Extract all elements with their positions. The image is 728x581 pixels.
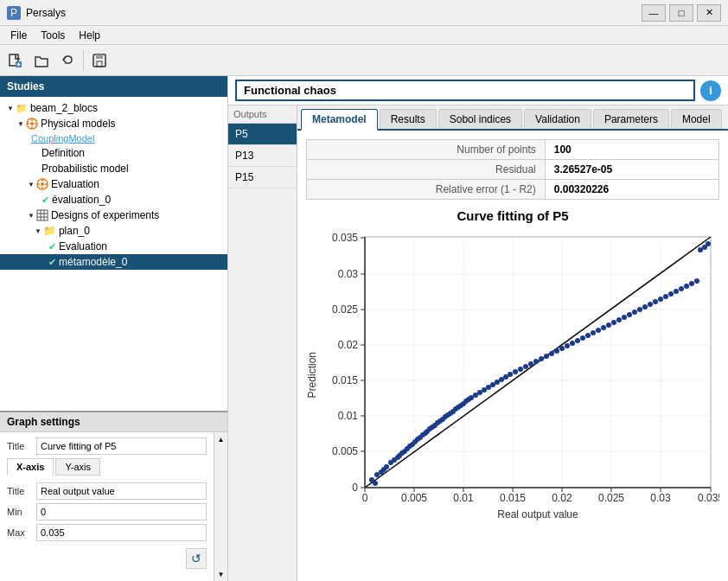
svg-point-115 bbox=[668, 291, 674, 297]
chart-container: 0 0.005 0.01 0.015 0.02 0.025 bbox=[322, 228, 719, 522]
scroll-up[interactable]: ▲ bbox=[214, 432, 228, 446]
svg-point-79 bbox=[486, 385, 491, 390]
studies-header: Studies bbox=[0, 76, 227, 97]
svg-text:0.01: 0.01 bbox=[338, 410, 359, 422]
output-p13[interactable]: P13 bbox=[228, 145, 297, 167]
tab-sobol[interactable]: Sobol indices bbox=[438, 109, 522, 129]
tree-item-physical-models[interactable]: ▼ Physical models bbox=[0, 116, 227, 131]
svg-text:Real output value: Real output value bbox=[497, 508, 578, 520]
tree-item-evaluation-folder[interactable]: ▼ Evaluation bbox=[0, 176, 227, 192]
axis-title-label: Title bbox=[7, 486, 33, 496]
titlebar: P Persalys — □ ✕ bbox=[0, 0, 728, 26]
svg-point-41 bbox=[373, 481, 378, 486]
svg-text:0.035: 0.035 bbox=[698, 492, 719, 504]
svg-point-118 bbox=[684, 284, 689, 289]
menubar: File Tools Help bbox=[0, 26, 728, 45]
svg-rect-5 bbox=[96, 54, 103, 59]
svg-point-123 bbox=[706, 241, 711, 246]
tree-item-plan-evaluation[interactable]: ✔ Evaluation bbox=[0, 239, 227, 254]
tree-item-evaluation0[interactable]: ✔ évaluation_0 bbox=[0, 192, 227, 208]
chart-svg: 0 0.005 0.01 0.015 0.02 0.025 bbox=[322, 228, 719, 522]
svg-point-77 bbox=[477, 390, 482, 395]
svg-point-105 bbox=[616, 317, 622, 322]
min-label: Min bbox=[7, 507, 33, 517]
tab-results[interactable]: Results bbox=[380, 109, 437, 129]
tree-item-definition[interactable]: Definition bbox=[0, 145, 227, 161]
svg-point-82 bbox=[499, 377, 504, 382]
min-input[interactable] bbox=[36, 503, 207, 520]
maximize-button[interactable]: □ bbox=[669, 4, 693, 22]
graph-settings-header: Graph settings bbox=[0, 412, 227, 432]
right-panel: Functional chaos i Outputs P5 P13 P15 Me… bbox=[228, 76, 728, 581]
svg-point-100 bbox=[591, 330, 596, 335]
svg-point-83 bbox=[503, 374, 508, 380]
svg-rect-19 bbox=[37, 210, 48, 220]
menu-file[interactable]: File bbox=[3, 28, 34, 43]
svg-text:0: 0 bbox=[352, 482, 358, 494]
svg-point-39 bbox=[374, 472, 380, 477]
svg-point-98 bbox=[580, 335, 585, 341]
svg-point-43 bbox=[384, 464, 389, 469]
tree-item-root[interactable]: ▼ 📁 beam_2_blocs bbox=[0, 100, 227, 116]
svg-point-87 bbox=[523, 364, 528, 369]
output-p5[interactable]: P5 bbox=[228, 124, 297, 145]
svg-point-89 bbox=[533, 359, 539, 364]
svg-point-95 bbox=[565, 343, 570, 348]
menu-tools[interactable]: Tools bbox=[34, 28, 72, 43]
svg-point-80 bbox=[490, 382, 495, 387]
info-button[interactable]: i bbox=[700, 80, 721, 101]
svg-point-14 bbox=[41, 182, 44, 186]
tab-metamodel[interactable]: Metamodel bbox=[301, 109, 378, 131]
new-button[interactable] bbox=[3, 48, 28, 73]
output-p15[interactable]: P15 bbox=[228, 167, 297, 188]
axis-title-input[interactable] bbox=[36, 482, 207, 500]
svg-point-109 bbox=[637, 307, 642, 312]
close-button[interactable]: ✕ bbox=[697, 4, 721, 22]
scrollbar-right[interactable]: ▲ ▼ bbox=[214, 432, 227, 581]
svg-point-81 bbox=[495, 380, 500, 385]
svg-point-113 bbox=[658, 297, 663, 302]
svg-text:0: 0 bbox=[362, 492, 368, 504]
svg-point-101 bbox=[596, 328, 601, 333]
tab-model[interactable]: Model bbox=[671, 109, 722, 129]
svg-point-85 bbox=[513, 369, 518, 374]
svg-point-92 bbox=[549, 351, 554, 356]
tree-item-designs[interactable]: ▼ Designs of experiments bbox=[0, 208, 227, 223]
svg-point-8 bbox=[30, 122, 34, 125]
tab-parameters[interactable]: Parameters bbox=[593, 109, 669, 129]
minimize-button[interactable]: — bbox=[642, 4, 666, 22]
refresh-button[interactable]: ↺ bbox=[186, 548, 207, 569]
undo-button[interactable] bbox=[55, 48, 80, 73]
tree-item-metamodele0[interactable]: ✔ métamodèle_0 bbox=[0, 254, 227, 270]
svg-point-91 bbox=[544, 354, 549, 359]
tree-item-plan0[interactable]: ▼ 📁 plan_0 bbox=[0, 223, 227, 239]
y-axis-tab[interactable]: Y-axis bbox=[55, 458, 100, 476]
save-button[interactable] bbox=[87, 48, 112, 73]
title-label: Title bbox=[7, 441, 33, 451]
svg-point-84 bbox=[508, 372, 513, 377]
svg-point-111 bbox=[648, 302, 653, 307]
app-icon: P bbox=[7, 6, 21, 20]
scroll-down[interactable]: ▼ bbox=[214, 567, 228, 581]
tree-item-coupling-model[interactable]: CouplingModel bbox=[0, 131, 227, 145]
svg-point-107 bbox=[627, 312, 632, 317]
open-button[interactable] bbox=[29, 48, 54, 73]
svg-point-76 bbox=[473, 393, 478, 398]
app-title: Persalys bbox=[26, 7, 66, 19]
tabs-bar: Metamodel Results Sobol indices Validati… bbox=[297, 105, 728, 131]
title-input[interactable] bbox=[36, 437, 207, 455]
svg-point-110 bbox=[642, 304, 648, 310]
menu-help[interactable]: Help bbox=[72, 28, 107, 43]
max-input[interactable] bbox=[36, 524, 207, 541]
tree-item-probabilistic[interactable]: Probabilistic model bbox=[0, 161, 227, 176]
max-label: Max bbox=[7, 527, 33, 538]
svg-text:0.01: 0.01 bbox=[453, 492, 474, 504]
outputs-label: Outputs bbox=[228, 105, 297, 124]
stat-label-1: Residual bbox=[307, 160, 546, 180]
svg-point-75 bbox=[469, 395, 474, 400]
tab-validation[interactable]: Validation bbox=[524, 109, 591, 129]
x-axis-tab[interactable]: X-axis bbox=[7, 458, 54, 476]
svg-point-116 bbox=[674, 289, 679, 294]
outputs-panel: Outputs P5 P13 P15 bbox=[228, 105, 297, 581]
toolbar bbox=[0, 45, 728, 76]
